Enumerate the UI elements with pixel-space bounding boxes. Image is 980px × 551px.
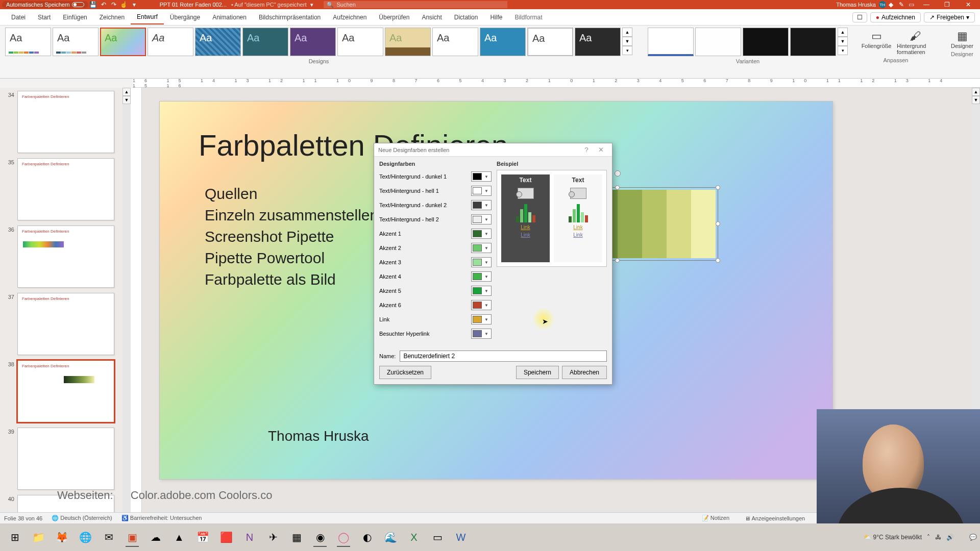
redo-icon[interactable]: ↷ bbox=[109, 1, 119, 8]
slide-thumb-39[interactable]: 39 bbox=[5, 428, 126, 490]
display-settings-button[interactable]: 🖥 Anzeigeeinstellungen bbox=[742, 515, 808, 521]
color-picker-button[interactable]: ▼ bbox=[471, 257, 492, 267]
format-background-button[interactable]: 🖌Hintergrund formatieren bbox=[897, 28, 934, 55]
calendar-icon[interactable]: 📅 bbox=[191, 527, 214, 548]
word-icon[interactable]: W bbox=[449, 527, 473, 548]
dialog-help-button[interactable]: ? bbox=[579, 146, 594, 154]
tab-uebergaenge[interactable]: Übergänge bbox=[164, 11, 206, 24]
design-thumb[interactable]: Aa bbox=[242, 28, 288, 56]
app-icon[interactable]: ◐ bbox=[355, 527, 379, 548]
window-icon[interactable]: ▭ bbox=[906, 1, 917, 8]
tab-entwurf[interactable]: Entwurf bbox=[131, 10, 164, 24]
pen-icon[interactable]: ✎ bbox=[896, 1, 906, 8]
language-status[interactable]: 🌐 Deutsch (Österreich) bbox=[52, 515, 112, 521]
designs-gallery[interactable]: Aa Aa Aa Aa Aa Aa Aa Aa Aa Aa Aa Aa Aa ▲… bbox=[5, 28, 632, 56]
explorer-icon[interactable]: 📁 bbox=[27, 527, 50, 548]
sync-icon[interactable]: ◆ bbox=[886, 1, 896, 8]
tab-ansicht[interactable]: Ansicht bbox=[415, 11, 448, 24]
app-icon[interactable]: 🟥 bbox=[214, 527, 238, 548]
system-tray[interactable]: ⛅ 9°C Stark bewölkt ˄ 🖧 🔊 💬 bbox=[864, 534, 977, 541]
color-picker-button[interactable]: ▼ bbox=[471, 271, 492, 282]
variant-thumb[interactable] bbox=[790, 28, 836, 56]
save-button[interactable]: Speichern bbox=[516, 366, 559, 379]
close-button[interactable]: ✕ bbox=[959, 1, 978, 8]
tab-praesentation[interactable]: Bildschirmpräsentation bbox=[253, 11, 327, 24]
resize-handle[interactable] bbox=[716, 185, 720, 190]
variant-thumb[interactable] bbox=[648, 28, 694, 56]
design-thumb[interactable]: Aa bbox=[5, 28, 51, 56]
slide-size-button[interactable]: ▭Foliengröße bbox=[858, 28, 895, 55]
color-picker-button[interactable]: ▼ bbox=[471, 214, 492, 224]
design-thumb[interactable]: Aa bbox=[148, 28, 193, 56]
color-picker-button[interactable]: ▼ bbox=[471, 329, 492, 339]
design-thumb[interactable]: Aa bbox=[480, 28, 526, 56]
name-input[interactable] bbox=[400, 350, 607, 362]
chrome-icon[interactable]: 🌐 bbox=[74, 527, 97, 548]
app-icon[interactable]: ☁ bbox=[144, 527, 167, 548]
design-thumb[interactable]: Aa bbox=[385, 28, 431, 56]
tab-aufzeichnen[interactable]: Aufzeichnen bbox=[327, 11, 373, 24]
dialog-close-button[interactable]: ✕ bbox=[594, 146, 608, 154]
telegram-icon[interactable]: ✈ bbox=[261, 527, 285, 548]
obs-icon[interactable]: ◉ bbox=[308, 527, 332, 548]
color-picker-button[interactable]: ▼ bbox=[471, 300, 492, 310]
resize-handle[interactable] bbox=[716, 258, 720, 263]
tab-datei[interactable]: Datei bbox=[5, 11, 32, 24]
save-icon[interactable]: 💾 bbox=[88, 1, 99, 8]
color-picker-button[interactable]: ▼ bbox=[471, 314, 492, 324]
color-picker-button[interactable]: ▼ bbox=[471, 243, 492, 253]
vlc-icon[interactable]: ▲ bbox=[167, 527, 191, 548]
slide-counter[interactable]: Folie 38 von 46 bbox=[4, 515, 42, 521]
tray-chevron-icon[interactable]: ˄ bbox=[927, 534, 930, 541]
outlook-icon[interactable]: ✉ bbox=[97, 527, 120, 548]
rotate-handle[interactable] bbox=[615, 170, 621, 177]
resize-handle[interactable] bbox=[716, 221, 720, 226]
color-picker-button[interactable]: ▼ bbox=[471, 200, 492, 210]
search-box[interactable]: 🔍 Suchen bbox=[324, 1, 507, 8]
maximize-button[interactable]: ❐ bbox=[938, 1, 957, 8]
variants-gallery[interactable]: ▲▼▾ bbox=[648, 28, 848, 56]
record-button[interactable]: ●Aufzeichnen bbox=[870, 12, 921, 22]
tab-start[interactable]: Start bbox=[32, 11, 57, 24]
dialog-titlebar[interactable]: Neue Designfarben erstellen ? ✕ bbox=[374, 143, 612, 157]
onenote-icon[interactable]: N bbox=[238, 527, 261, 548]
slide-thumb-35[interactable]: 35Farbenpaletten Definieren bbox=[5, 158, 126, 220]
design-thumb[interactable]: Aa bbox=[100, 28, 146, 56]
slide-thumb-38[interactable]: 38Farbenpaletten Definieren bbox=[5, 360, 126, 422]
color-picker-button[interactable]: ▼ bbox=[471, 286, 492, 296]
notifications-icon[interactable]: 💬 bbox=[969, 534, 977, 541]
variants-gallery-arrows[interactable]: ▲▼▾ bbox=[838, 28, 848, 56]
tab-einfuegen[interactable]: Einfügen bbox=[57, 11, 93, 24]
designs-gallery-arrows[interactable]: ▲▼▾ bbox=[622, 28, 632, 56]
tab-animationen[interactable]: Animationen bbox=[206, 11, 253, 24]
share-button[interactable]: ↗Freigeben▾ bbox=[924, 12, 975, 22]
app-icon[interactable]: ▭ bbox=[426, 527, 449, 548]
autosave-toggle[interactable]: Automatisches Speichern bbox=[2, 1, 88, 8]
slide-thumb-37[interactable]: 37Farbenpaletten Definieren bbox=[5, 293, 126, 355]
tab-dictation[interactable]: Dictation bbox=[448, 11, 484, 24]
design-thumb[interactable]: Aa bbox=[575, 28, 621, 56]
reset-button[interactable]: Zurücksetzen bbox=[379, 366, 431, 379]
more-qat-icon[interactable]: ▾ bbox=[129, 1, 139, 8]
tab-hilfe[interactable]: Hilfe bbox=[484, 11, 508, 24]
firefox-icon[interactable]: 🦊 bbox=[50, 527, 74, 548]
weather-widget[interactable]: ⛅ 9°C Stark bewölkt bbox=[864, 534, 922, 541]
cancel-button[interactable]: Abbrechen bbox=[562, 366, 607, 379]
excel-icon[interactable]: X bbox=[402, 527, 426, 548]
accessibility-status[interactable]: ♿ Barrierefreiheit: Untersuchen bbox=[121, 515, 202, 521]
notes-button[interactable]: 📝 Notizen bbox=[699, 515, 732, 521]
user-account[interactable]: Thomas Hruska TH bbox=[836, 1, 886, 8]
color-picker-button[interactable]: ▼ bbox=[471, 186, 492, 196]
color-picker-button[interactable]: ▼ bbox=[471, 171, 492, 182]
designer-button[interactable]: ▦Designer bbox=[944, 28, 980, 49]
undo-icon[interactable]: ↶ bbox=[99, 1, 109, 8]
tab-ueberpruefen[interactable]: Überprüfen bbox=[373, 11, 415, 24]
design-thumb[interactable]: Aa bbox=[53, 28, 99, 56]
slide-thumb-34[interactable]: 34Farbenpaletten Definieren bbox=[5, 91, 126, 153]
slide-thumb-36[interactable]: 36Farbenpaletten Definieren bbox=[5, 226, 126, 288]
design-thumb[interactable]: Aa bbox=[432, 28, 478, 56]
powerpoint-icon[interactable]: ▣ bbox=[120, 527, 144, 548]
edge-icon[interactable]: 🌊 bbox=[379, 527, 402, 548]
app-icon[interactable]: ◯ bbox=[332, 527, 355, 548]
volume-icon[interactable]: 🔊 bbox=[946, 534, 954, 541]
